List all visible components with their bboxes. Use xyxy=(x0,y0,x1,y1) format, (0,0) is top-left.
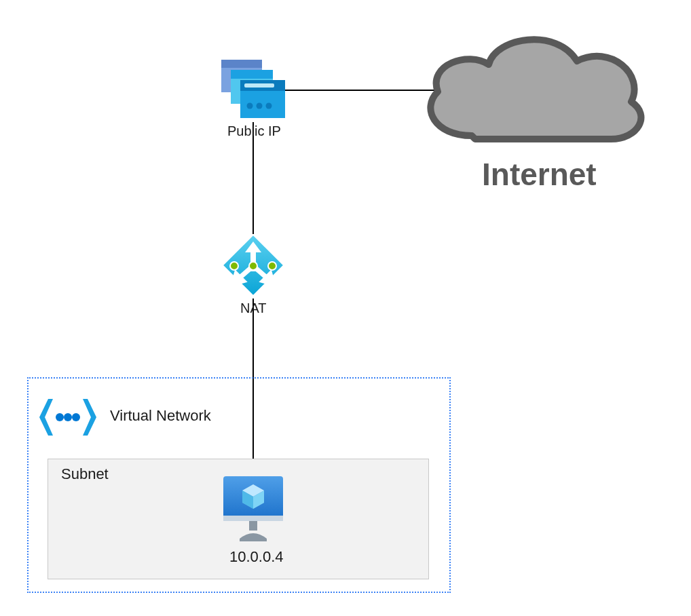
subnet-label: Subnet xyxy=(61,465,109,483)
svg-point-22 xyxy=(268,262,276,270)
internet-label: Internet xyxy=(482,156,597,193)
public-ip-icon xyxy=(221,60,286,122)
public-ip-label: Public IP xyxy=(227,123,281,139)
vm-ip-label: 10.0.0.4 xyxy=(229,548,284,566)
svg-rect-4 xyxy=(221,60,262,68)
svg-point-11 xyxy=(257,103,263,109)
svg-point-24 xyxy=(64,413,72,421)
vnet-label: Virtual Network xyxy=(110,407,211,425)
svg-point-25 xyxy=(72,413,80,421)
svg-rect-28 xyxy=(249,521,257,531)
svg-point-21 xyxy=(230,262,238,270)
nat-label: NAT xyxy=(240,301,267,316)
nat-gateway-icon xyxy=(219,231,288,300)
svg-point-20 xyxy=(249,262,257,270)
svg-point-10 xyxy=(247,103,253,109)
vnet-icon xyxy=(39,396,96,439)
svg-point-12 xyxy=(266,103,272,109)
svg-point-23 xyxy=(56,413,64,421)
svg-rect-6 xyxy=(231,70,273,79)
svg-rect-9 xyxy=(244,83,274,88)
internet-cloud-icon xyxy=(407,27,658,163)
vm-icon xyxy=(219,474,287,547)
svg-rect-27 xyxy=(223,516,283,521)
